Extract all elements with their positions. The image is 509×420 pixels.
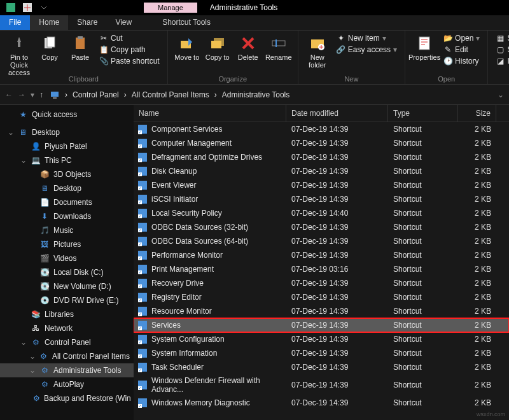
desktop-icon: 🖥: [18, 127, 28, 137]
recent-dropdown[interactable]: ▾: [31, 90, 34, 99]
invert-selection-button[interactable]: ◪Invert selection: [493, 56, 509, 66]
collapse-icon[interactable]: ⌄: [8, 128, 14, 137]
history-button[interactable]: 🕑History: [441, 56, 482, 66]
crumb-item[interactable]: Administrative Tools: [222, 90, 290, 99]
file-row[interactable]: Defragment and Optimize Drives07-Dec-19 …: [134, 150, 509, 164]
cut-button[interactable]: ✂Cut: [97, 33, 162, 43]
file-row[interactable]: ODBC Data Sources (32-bit)07-Dec-19 14:3…: [134, 220, 509, 234]
nav-control-panel[interactable]: ⌄⚙Control Panel: [0, 335, 134, 349]
navigation-pane[interactable]: ★Quick access ⌄🖥Desktop 👤Piyush Patel ⌄💻…: [0, 105, 134, 420]
nav-item[interactable]: ⚙Backup and Restore (Win: [0, 391, 134, 405]
nav-item[interactable]: 📦3D Objects: [0, 167, 134, 181]
qat-dropdown-icon[interactable]: [37, 1, 51, 15]
rename-button[interactable]: Rename: [263, 32, 294, 64]
nav-network[interactable]: 🖧Network: [0, 321, 134, 335]
shortcut-icon: [137, 222, 148, 232]
file-row[interactable]: iSCSI Initiator07-Dec-19 14:39Shortcut2 …: [134, 192, 509, 206]
open-button[interactable]: 📂Open▾: [441, 33, 482, 43]
delete-button[interactable]: Delete: [233, 32, 263, 64]
nav-item[interactable]: 📄Documents: [0, 195, 134, 209]
copy-path-button[interactable]: 📋Copy path: [97, 45, 162, 55]
file-row[interactable]: Local Security Policy07-Dec-19 14:40Shor…: [134, 206, 509, 220]
properties-icon: [415, 34, 433, 52]
file-row[interactable]: Performance Monitor07-Dec-19 14:39Shortc…: [134, 248, 509, 262]
new-folder-button[interactable]: New folder: [302, 32, 333, 71]
qat-properties-icon[interactable]: [4, 1, 18, 15]
nav-item[interactable]: 🎵Music: [0, 223, 134, 237]
crumb-item[interactable]: Control Panel: [73, 90, 119, 99]
copy-to-button[interactable]: Copy to: [202, 32, 233, 64]
nav-item[interactable]: 💿DVD RW Drive (E:): [0, 293, 134, 307]
file-row[interactable]: Services07-Dec-19 14:39Shortcut2 KB: [134, 318, 509, 332]
file-row[interactable]: Event Viewer07-Dec-19 14:39Shortcut2 KB: [134, 178, 509, 192]
window-title: Administrative Tools: [210, 3, 278, 12]
back-button[interactable]: ←: [5, 90, 13, 99]
file-row[interactable]: Windows Defender Firewall with Advanc...…: [134, 374, 509, 396]
file-row[interactable]: Component Services07-Dec-19 14:39Shortcu…: [134, 122, 509, 136]
paste-shortcut-button[interactable]: 📎Paste shortcut: [97, 56, 162, 66]
nav-quick-access[interactable]: ★Quick access: [0, 108, 134, 122]
file-row[interactable]: Disk Cleanup07-Dec-19 14:39Shortcut2 KB: [134, 164, 509, 178]
titlebar: Manage Administrative Tools: [0, 0, 509, 15]
edit-button[interactable]: ✎Edit: [441, 45, 482, 55]
nav-item[interactable]: 🎬Videos: [0, 251, 134, 265]
nav-item[interactable]: 💽New Volume (D:): [0, 279, 134, 293]
file-row[interactable]: Print Management07-Dec-19 03:16Shortcut2…: [134, 262, 509, 276]
new-folder-icon: [309, 34, 326, 52]
nav-item[interactable]: 🖥Desktop: [0, 181, 134, 195]
file-row[interactable]: Task Scheduler07-Dec-19 14:39Shortcut2 K…: [134, 360, 509, 374]
edit-icon: ✎: [443, 45, 452, 54]
collapse-icon[interactable]: ⌄: [20, 338, 27, 347]
folder-icon: 🎵: [39, 225, 50, 235]
col-type[interactable]: Type: [388, 105, 458, 122]
collapse-icon[interactable]: ⌄: [20, 156, 27, 165]
copy-button[interactable]: Copy: [34, 32, 65, 64]
tab-shortcut-tools[interactable]: Shortcut Tools: [153, 15, 220, 30]
nav-item[interactable]: ⌄⚙Administrative Tools: [0, 363, 134, 377]
nav-item[interactable]: ⚙AutoPlay: [0, 377, 134, 391]
shortcut-icon: [137, 166, 148, 176]
easy-access-button[interactable]: 🔗Easy access▾: [334, 45, 400, 55]
nav-item[interactable]: 🖼Pictures: [0, 237, 134, 251]
tab-share[interactable]: Share: [68, 15, 106, 30]
libraries-icon: 📚: [31, 309, 41, 319]
select-all-button[interactable]: ▦Select all: [493, 33, 509, 43]
tab-view[interactable]: View: [106, 15, 141, 30]
move-to-button[interactable]: Move to: [172, 32, 202, 64]
pin-button[interactable]: Pin to Quick access: [4, 32, 34, 79]
chevron-down-icon[interactable]: ⌄: [498, 90, 504, 99]
tab-home[interactable]: Home: [30, 15, 68, 30]
svg-rect-0: [6, 3, 15, 12]
file-row[interactable]: Computer Management07-Dec-19 14:39Shortc…: [134, 136, 509, 150]
forward-button[interactable]: →: [18, 90, 25, 99]
select-none-button[interactable]: ▢Select none: [493, 45, 509, 55]
nav-item[interactable]: 💽Local Disk (C:): [0, 265, 134, 279]
file-row[interactable]: Recovery Drive07-Dec-19 14:39Shortcut2 K…: [134, 276, 509, 290]
col-date[interactable]: Date modified: [286, 105, 388, 122]
shortcut-icon: [137, 306, 148, 316]
nav-item[interactable]: ⌄⚙All Control Panel Items: [0, 349, 134, 363]
nav-desktop[interactable]: ⌄🖥Desktop: [0, 125, 134, 139]
up-button[interactable]: ↑: [39, 90, 43, 99]
new-item-button[interactable]: ✦New item▾: [334, 33, 400, 43]
tab-file[interactable]: File: [0, 15, 30, 30]
file-row[interactable]: System Information07-Dec-19 14:39Shortcu…: [134, 346, 509, 360]
properties-button[interactable]: Properties: [409, 32, 440, 64]
file-row[interactable]: ODBC Data Sources (64-bit)07-Dec-19 14:3…: [134, 234, 509, 248]
file-row[interactable]: Resource Monitor07-Dec-19 14:39Shortcut2…: [134, 304, 509, 318]
file-list[interactable]: Name Date modified Type Size Component S…: [134, 105, 509, 420]
nav-user[interactable]: 👤Piyush Patel: [0, 139, 134, 153]
file-row[interactable]: Registry Editor07-Dec-19 14:39Shortcut2 …: [134, 290, 509, 304]
nav-item[interactable]: ⬇Downloads: [0, 209, 134, 223]
col-size[interactable]: Size: [458, 105, 496, 122]
nav-libraries[interactable]: 📚Libraries: [0, 307, 134, 321]
file-row[interactable]: Windows Memory Diagnostic07-Dec-19 14:39…: [134, 396, 509, 410]
context-tab-manage[interactable]: Manage: [144, 3, 197, 13]
crumb-item[interactable]: All Control Panel Items: [132, 90, 209, 99]
paste-button[interactable]: Paste: [65, 32, 95, 64]
breadcrumb[interactable]: › Control Panel › All Control Panel Item…: [50, 90, 491, 100]
col-name[interactable]: Name: [134, 105, 286, 122]
file-row[interactable]: System Configuration07-Dec-19 14:39Short…: [134, 332, 509, 346]
nav-this-pc[interactable]: ⌄💻This PC: [0, 153, 134, 167]
qat-new-icon[interactable]: [20, 1, 34, 15]
